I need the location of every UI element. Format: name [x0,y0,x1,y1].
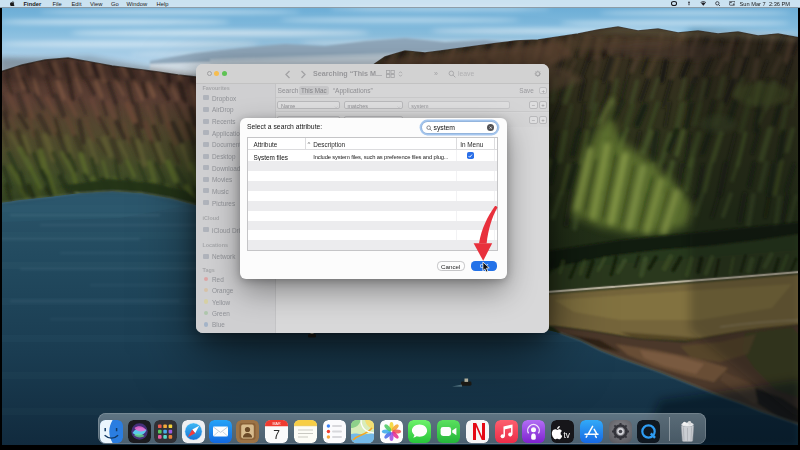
svg-text:7: 7 [273,427,280,441]
svg-text:MAR: MAR [273,421,281,425]
svg-text:tv: tv [564,429,571,439]
